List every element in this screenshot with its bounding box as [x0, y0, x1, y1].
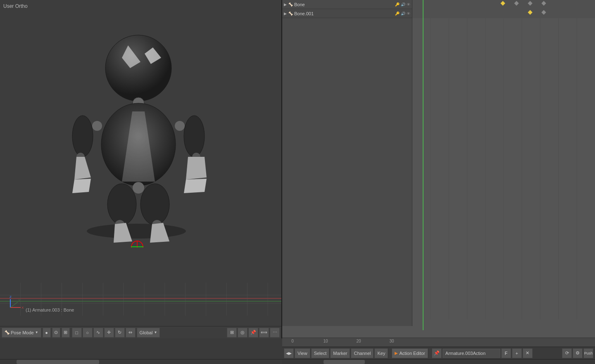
ruler-label-20: 20	[356, 339, 361, 343]
keyframe-diamond-4	[541, 1, 546, 5]
ae-pin-btn[interactable]: 📌	[432, 348, 442, 358]
timeline-scrollbar[interactable]	[282, 359, 595, 364]
channel-name-bone001: Bone.001	[294, 11, 314, 16]
main-container: User Ortho	[0, 0, 595, 364]
svg-marker-16	[184, 179, 207, 193]
viewport-shading-btn[interactable]: ●	[43, 328, 51, 338]
bone-icon: 🦴	[288, 2, 293, 7]
select-box-tool[interactable]: □	[72, 328, 82, 338]
svg-point-0	[87, 224, 186, 239]
svg-marker-12	[72, 179, 91, 193]
pose-mode-icon: 🦴	[5, 330, 10, 335]
ae-expand-btn[interactable]: ◀▶	[284, 348, 294, 358]
snap-btn[interactable]: ⊞	[227, 328, 237, 338]
viewport-bottom-bar: 🦴 Pose Mode ▼ ● ⊙ ⊞ □ ○ ∿ ✛ ↻ ⇔ Global	[0, 326, 281, 338]
timeline-scrollbar-thumb[interactable]	[324, 360, 365, 364]
bone-eye-icon: 👁	[407, 2, 410, 7]
ae-select-btn[interactable]: Select	[311, 348, 330, 358]
viewport-overlay-btn[interactable]: ⊙	[52, 328, 60, 338]
channel-name-bone: Bone	[294, 2, 305, 7]
ae-view-btn[interactable]: View	[295, 348, 310, 358]
extra-btn[interactable]: ⋯	[270, 328, 280, 338]
ruler-label-10: 10	[323, 339, 328, 343]
action-editor-bottom-bar: ◀▶ View Select Marker Channel Key	[282, 347, 595, 359]
ae-orange-icon: ▶	[395, 351, 398, 355]
ae-settings-btn[interactable]: ⚙	[573, 348, 583, 358]
toolbar-sep-2	[430, 348, 430, 358]
svg-point-9	[72, 116, 93, 157]
chevron-down-icon: ▼	[35, 331, 38, 334]
top-area: User Ortho	[0, 0, 595, 359]
timeline-bg[interactable]	[412, 18, 595, 319]
viewport-xray-btn[interactable]: ⊞	[62, 328, 70, 338]
ruler-label-30: 30	[389, 339, 394, 343]
select-circle-tool[interactable]: ○	[83, 328, 93, 338]
svg-point-8	[175, 121, 185, 131]
ae-marker-btn[interactable]: Marker	[330, 348, 350, 358]
pose-mode-btn[interactable]: 🦴 Pose Mode ▼	[2, 328, 41, 338]
svg-point-21	[140, 184, 169, 225]
svg-point-13	[184, 116, 205, 157]
axis-indicator: Z X Y	[6, 293, 25, 312]
bone-keyframes-row1	[501, 2, 545, 5]
timeline-ruler: 0 10 20 30 -10 -20	[282, 338, 595, 347]
action-name-field[interactable]: Armature.003Action	[443, 349, 500, 358]
ae-key-btn[interactable]: Key	[374, 348, 388, 358]
proportional-btn[interactable]: ◎	[238, 328, 248, 338]
svg-point-7	[92, 121, 102, 131]
channel-expand-arrow-bone: ▶	[284, 2, 287, 7]
toolbar-sep-1	[390, 348, 390, 358]
ruler-label-0: 0	[291, 339, 294, 343]
svg-point-18	[107, 184, 136, 225]
ae-editor-type-btn[interactable]: ▶ Action Editor	[392, 348, 428, 358]
keyframe-header-area	[412, 0, 595, 18]
svg-text:Z: Z	[10, 295, 12, 299]
keyframe-diamond-2	[514, 1, 519, 5]
bone001-speaker-icon: 🔊	[401, 12, 405, 16]
channel-icons-bone: 🔑 🔊 👁	[395, 2, 410, 7]
bone-key-icon: 🔑	[395, 2, 400, 7]
mirror-btn[interactable]: ⟺	[259, 328, 269, 338]
channel-row-bone[interactable]: ▶ 🦴 Bone 🔑 🔊 👁	[282, 0, 412, 9]
keyframe-diamond-3	[528, 1, 532, 5]
keyframe-diamond-row2-2	[541, 10, 546, 14]
bone-speaker-icon: 🔊	[401, 2, 405, 7]
rotate-tool[interactable]: ↻	[115, 328, 125, 338]
channel-expand-arrow-bone001: ▶	[284, 12, 287, 16]
scrollbar-area	[0, 359, 595, 364]
ae-channel-btn[interactable]: Channel	[351, 348, 374, 358]
svg-text:Y: Y	[18, 298, 21, 302]
ae-push-btn[interactable]: Push	[583, 348, 593, 358]
svg-marker-11	[74, 157, 91, 180]
viewport-3d[interactable]: User Ortho	[0, 0, 282, 338]
timeline-grid-svg	[412, 18, 595, 319]
ae-unlink-btn[interactable]: ✕	[523, 348, 533, 358]
ae-new-action-btn[interactable]: F	[501, 348, 511, 358]
bone001-eye-icon: 👁	[407, 12, 410, 16]
viewport-label: User Ortho	[3, 3, 28, 9]
scale-tool[interactable]: ⇔	[126, 328, 136, 338]
keyframe-diamond-1	[500, 1, 505, 5]
ae-fake-btn[interactable]: +	[512, 348, 522, 358]
channel-icons-bone001: 🔑 🔊 👁	[395, 12, 410, 16]
move-tool[interactable]: ✛	[104, 328, 114, 338]
bone-keyframes-row2	[528, 11, 545, 14]
svg-text:X: X	[21, 306, 24, 310]
select-lasso-tool[interactable]: ∿	[93, 328, 103, 338]
channel-row-bone001[interactable]: ▶ 🦴 Bone.001 🔑 🔊 👁	[282, 9, 412, 18]
pin-btn[interactable]: 📌	[248, 328, 258, 338]
action-editor-panel: ▶ 🦴 Bone 🔑 🔊 👁 ▶ 🦴 Bone.001 🔑	[282, 0, 595, 359]
ae-sync-btn[interactable]: ⟳	[562, 348, 572, 358]
bone001-key-icon: 🔑	[395, 12, 400, 16]
svg-marker-15	[186, 157, 207, 180]
channel-list: ▶ 🦴 Bone 🔑 🔊 👁 ▶ 🦴 Bone.001 🔑	[282, 0, 412, 326]
viewport-scrollbar[interactable]	[0, 359, 282, 364]
transform-orientation-btn[interactable]: Global ▼	[137, 328, 160, 338]
current-frame-line	[423, 0, 424, 330]
viewport-scrollbar-thumb[interactable]	[17, 360, 99, 364]
viewport-selection-status: (1) Armature.003 : Bone	[26, 307, 74, 312]
svg-point-1	[105, 35, 171, 101]
chevron-down-icon-orient: ▼	[154, 331, 157, 334]
svg-line-48	[10, 302, 18, 307]
keyframe-diamond-row2-1	[528, 10, 532, 14]
